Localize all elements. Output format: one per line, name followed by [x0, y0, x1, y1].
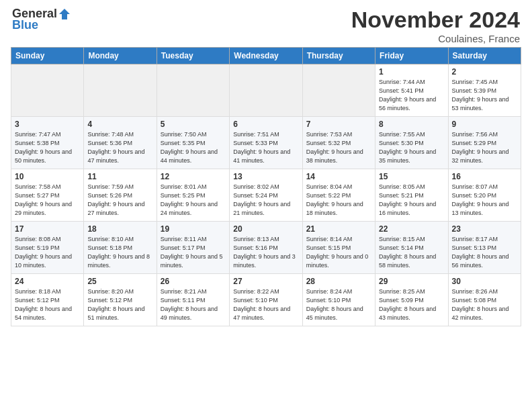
day-number: 14 — [306, 172, 371, 181]
day-number: 21 — [306, 224, 371, 234]
day-info: Sunrise: 8:11 AM Sunset: 5:17 PM Dayligh… — [161, 235, 226, 270]
day-number: 9 — [452, 120, 517, 129]
day-number: 18 — [87, 224, 152, 234]
calendar-day-cell: 16Sunrise: 8:07 AM Sunset: 5:20 PM Dayli… — [448, 169, 521, 222]
day-of-week-header: Saturday — [448, 48, 521, 64]
calendar-day-cell: 26Sunrise: 8:21 AM Sunset: 5:11 PM Dayli… — [157, 274, 229, 326]
calendar-day-cell: 18Sunrise: 8:10 AM Sunset: 5:18 PM Dayli… — [84, 222, 157, 274]
header: General Blue November 2024 Coulaines, Fr… — [0, 0, 532, 47]
day-info: Sunrise: 8:02 AM Sunset: 5:24 PM Dayligh… — [233, 183, 298, 218]
day-number: 1 — [379, 67, 444, 77]
day-info: Sunrise: 8:01 AM Sunset: 5:25 PM Dayligh… — [161, 183, 226, 218]
day-info: Sunrise: 8:13 AM Sunset: 5:16 PM Dayligh… — [233, 235, 298, 270]
location: Coulaines, France — [351, 33, 520, 44]
day-info: Sunrise: 7:44 AM Sunset: 5:41 PM Dayligh… — [379, 78, 444, 113]
day-number: 28 — [306, 277, 371, 286]
day-number: 16 — [452, 172, 517, 181]
calendar-day-cell: 27Sunrise: 8:22 AM Sunset: 5:10 PM Dayli… — [230, 274, 302, 326]
calendar-table: SundayMondayTuesdayWednesdayThursdayFrid… — [11, 47, 521, 326]
day-number: 12 — [161, 172, 226, 181]
calendar-day-cell: 10Sunrise: 7:58 AM Sunset: 5:27 PM Dayli… — [11, 169, 84, 222]
day-info: Sunrise: 8:17 AM Sunset: 5:13 PM Dayligh… — [452, 235, 517, 270]
day-number: 8 — [379, 120, 444, 129]
calendar-day-cell — [157, 64, 229, 117]
logo-blue-text: Blue — [12, 18, 38, 32]
day-info: Sunrise: 8:26 AM Sunset: 5:08 PM Dayligh… — [452, 287, 517, 322]
calendar-day-cell — [84, 64, 157, 117]
day-of-week-header: Friday — [375, 48, 448, 64]
day-info: Sunrise: 8:15 AM Sunset: 5:14 PM Dayligh… — [379, 235, 444, 270]
calendar-day-cell: 1Sunrise: 7:44 AM Sunset: 5:41 PM Daylig… — [375, 64, 448, 117]
day-info: Sunrise: 7:45 AM Sunset: 5:39 PM Dayligh… — [452, 78, 517, 113]
day-number: 29 — [379, 277, 444, 286]
calendar-week-row: 1Sunrise: 7:44 AM Sunset: 5:41 PM Daylig… — [11, 64, 521, 117]
day-info: Sunrise: 7:53 AM Sunset: 5:32 PM Dayligh… — [306, 130, 371, 165]
day-number: 11 — [87, 172, 152, 181]
day-of-week-header: Thursday — [302, 48, 375, 64]
day-info: Sunrise: 7:51 AM Sunset: 5:33 PM Dayligh… — [233, 130, 298, 165]
calendar-day-cell: 5Sunrise: 7:50 AM Sunset: 5:35 PM Daylig… — [157, 117, 229, 169]
day-info: Sunrise: 8:24 AM Sunset: 5:10 PM Dayligh… — [306, 287, 371, 322]
calendar-day-cell: 29Sunrise: 8:25 AM Sunset: 5:09 PM Dayli… — [375, 274, 448, 326]
logo-icon — [58, 7, 71, 21]
day-info: Sunrise: 7:55 AM Sunset: 5:30 PM Dayligh… — [379, 130, 444, 165]
day-number: 25 — [87, 277, 152, 286]
day-info: Sunrise: 8:07 AM Sunset: 5:20 PM Dayligh… — [452, 183, 517, 218]
day-of-week-header: Monday — [84, 48, 157, 64]
day-info: Sunrise: 7:48 AM Sunset: 5:36 PM Dayligh… — [87, 130, 152, 165]
calendar-day-cell: 20Sunrise: 8:13 AM Sunset: 5:16 PM Dayli… — [230, 222, 302, 274]
calendar-day-cell: 11Sunrise: 7:59 AM Sunset: 5:26 PM Dayli… — [84, 169, 157, 222]
calendar-day-cell: 12Sunrise: 8:01 AM Sunset: 5:25 PM Dayli… — [157, 169, 229, 222]
calendar-day-cell — [230, 64, 302, 117]
calendar-day-cell: 30Sunrise: 8:26 AM Sunset: 5:08 PM Dayli… — [448, 274, 521, 326]
day-info: Sunrise: 8:25 AM Sunset: 5:09 PM Dayligh… — [379, 287, 444, 322]
calendar-day-cell: 15Sunrise: 8:05 AM Sunset: 5:21 PM Dayli… — [375, 169, 448, 222]
day-info: Sunrise: 8:04 AM Sunset: 5:22 PM Dayligh… — [306, 183, 371, 218]
title-block: November 2024 Coulaines, France — [351, 7, 520, 44]
day-number: 10 — [15, 172, 80, 181]
calendar-week-row: 17Sunrise: 8:08 AM Sunset: 5:19 PM Dayli… — [11, 222, 521, 274]
day-info: Sunrise: 8:20 AM Sunset: 5:12 PM Dayligh… — [87, 287, 152, 322]
day-number: 15 — [379, 172, 444, 181]
day-info: Sunrise: 8:18 AM Sunset: 5:12 PM Dayligh… — [15, 287, 80, 322]
day-number: 5 — [161, 120, 226, 129]
calendar-week-row: 24Sunrise: 8:18 AM Sunset: 5:12 PM Dayli… — [11, 274, 521, 326]
calendar-day-cell: 6Sunrise: 7:51 AM Sunset: 5:33 PM Daylig… — [230, 117, 302, 169]
day-number: 6 — [233, 120, 298, 129]
day-info: Sunrise: 7:50 AM Sunset: 5:35 PM Dayligh… — [161, 130, 226, 165]
day-number: 2 — [452, 67, 517, 77]
day-number: 17 — [15, 224, 80, 234]
day-of-week-header: Sunday — [11, 48, 84, 64]
calendar-day-cell: 3Sunrise: 7:47 AM Sunset: 5:38 PM Daylig… — [11, 117, 84, 169]
calendar-day-cell: 24Sunrise: 8:18 AM Sunset: 5:12 PM Dayli… — [11, 274, 84, 326]
logo: General Blue — [12, 7, 72, 32]
calendar-day-cell: 28Sunrise: 8:24 AM Sunset: 5:10 PM Dayli… — [302, 274, 375, 326]
calendar-week-row: 10Sunrise: 7:58 AM Sunset: 5:27 PM Dayli… — [11, 169, 521, 222]
month-title: November 2024 — [351, 7, 520, 33]
calendar-day-cell: 4Sunrise: 7:48 AM Sunset: 5:36 PM Daylig… — [84, 117, 157, 169]
day-info: Sunrise: 7:56 AM Sunset: 5:29 PM Dayligh… — [452, 130, 517, 165]
day-number: 23 — [452, 224, 517, 234]
svg-marker-0 — [59, 9, 70, 19]
calendar-day-cell — [11, 64, 84, 117]
day-info: Sunrise: 8:21 AM Sunset: 5:11 PM Dayligh… — [161, 287, 226, 322]
day-info: Sunrise: 8:05 AM Sunset: 5:21 PM Dayligh… — [379, 183, 444, 218]
calendar-day-cell: 13Sunrise: 8:02 AM Sunset: 5:24 PM Dayli… — [230, 169, 302, 222]
calendar-day-cell: 7Sunrise: 7:53 AM Sunset: 5:32 PM Daylig… — [302, 117, 375, 169]
day-number: 13 — [233, 172, 298, 181]
calendar-day-cell: 9Sunrise: 7:56 AM Sunset: 5:29 PM Daylig… — [448, 117, 521, 169]
calendar-day-cell: 8Sunrise: 7:55 AM Sunset: 5:30 PM Daylig… — [375, 117, 448, 169]
calendar-day-cell: 14Sunrise: 8:04 AM Sunset: 5:22 PM Dayli… — [302, 169, 375, 222]
day-number: 19 — [161, 224, 226, 234]
day-of-week-header: Tuesday — [157, 48, 229, 64]
calendar-day-cell: 17Sunrise: 8:08 AM Sunset: 5:19 PM Dayli… — [11, 222, 84, 274]
calendar-header-row: SundayMondayTuesdayWednesdayThursdayFrid… — [11, 48, 521, 64]
day-number: 4 — [87, 120, 152, 129]
calendar-week-row: 3Sunrise: 7:47 AM Sunset: 5:38 PM Daylig… — [11, 117, 521, 169]
day-number: 26 — [161, 277, 226, 286]
day-number: 7 — [306, 120, 371, 129]
day-number: 24 — [15, 277, 80, 286]
calendar-day-cell: 2Sunrise: 7:45 AM Sunset: 5:39 PM Daylig… — [448, 64, 521, 117]
day-of-week-header: Wednesday — [230, 48, 302, 64]
day-info: Sunrise: 8:22 AM Sunset: 5:10 PM Dayligh… — [233, 287, 298, 322]
